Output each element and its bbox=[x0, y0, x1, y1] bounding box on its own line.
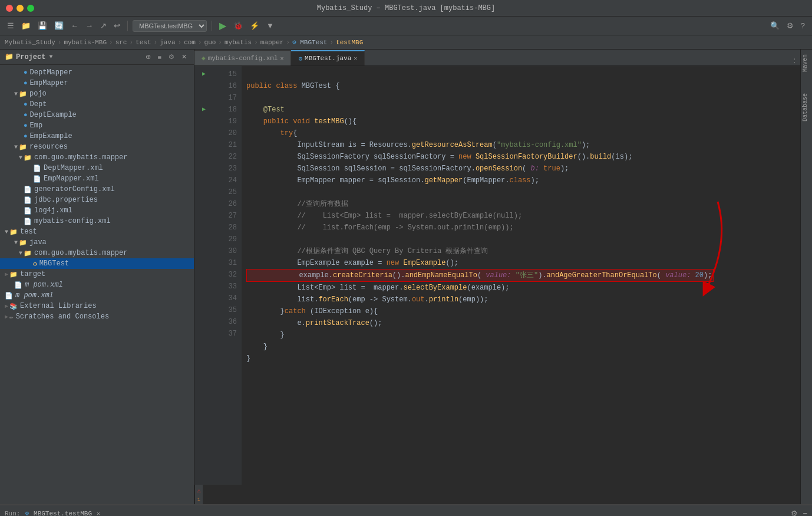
project-tree: ● DeptMapper ● EmpMapper ▼ 📁 pojo ● Dept bbox=[0, 65, 194, 504]
tree-item-pojo[interactable]: ▼ 📁 pojo bbox=[0, 88, 194, 99]
gutter-28 bbox=[194, 222, 213, 234]
run-tab-name[interactable]: MBGTest.testMBG bbox=[34, 510, 92, 517]
bc-mbgtest[interactable]: ⚙ MBGTest bbox=[292, 38, 327, 46]
tree-item[interactable]: 📄 jdbc.properties bbox=[0, 195, 194, 205]
bc-test[interactable]: test bbox=[136, 39, 151, 46]
gutter-21 bbox=[194, 139, 213, 151]
tree-item-mbgtest[interactable]: ⚙ MBGTest bbox=[0, 258, 194, 269]
project-scope-btn[interactable]: ⊕ bbox=[143, 52, 153, 62]
project-title: Project bbox=[16, 53, 45, 61]
breadcrumb: Mybatis_Study › mybatis-MBG › src › test… bbox=[0, 35, 812, 50]
project-settings-btn[interactable]: ⚙ bbox=[166, 52, 177, 62]
bottom-panel: Run: ⚙ MBGTest.testMBG ✕ ⚙ − ▶ ✓ Tests p… bbox=[0, 504, 812, 516]
bc-java[interactable]: java bbox=[160, 39, 175, 46]
maximize-button[interactable] bbox=[27, 5, 34, 12]
toolbar-save-btn[interactable]: 💾 bbox=[35, 20, 49, 31]
gutter-31 bbox=[194, 257, 213, 269]
toolbar: ☰ 📁 💾 🔄 ← → ↗ ↩ MBGTest.testMBG ▶ 🐞 ⚡ ▼ … bbox=[0, 17, 812, 35]
toolbar-back-btn[interactable]: ← bbox=[68, 20, 81, 31]
coverage-button[interactable]: ⚡ bbox=[247, 20, 262, 31]
toolbar-forward-btn[interactable]: → bbox=[83, 20, 95, 31]
gutter-26 bbox=[194, 198, 213, 210]
tab-close-icon[interactable]: ✕ bbox=[280, 55, 283, 62]
gutter-35 bbox=[194, 304, 213, 316]
toolbar-sep-1 bbox=[127, 21, 128, 31]
tree-item[interactable]: ● Emp bbox=[0, 120, 194, 131]
bc-mybatis[interactable]: mybatis bbox=[225, 39, 252, 46]
console-close-btn[interactable]: − bbox=[803, 509, 807, 516]
tree-item[interactable]: ● DeptMapper bbox=[0, 67, 194, 78]
tree-item[interactable]: 📄 m pom.xml bbox=[0, 290, 194, 301]
gutter-20 bbox=[194, 127, 213, 139]
project-panel: 📁 Project ▼ ⊕ ≡ ⚙ ✕ ● DeptMapper ● EmpMa… bbox=[0, 50, 194, 504]
window-title: Mybatis_Study – MBGTest.java [mybatis-MB… bbox=[317, 4, 495, 12]
project-close-btn[interactable]: ✕ bbox=[179, 52, 189, 62]
tree-item[interactable]: ● DeptExample bbox=[0, 110, 194, 120]
title-bar: Mybatis_Study – MBGTest.java [mybatis-MB… bbox=[0, 0, 812, 17]
tab-mybatis-config[interactable]: ◆ mybatis-config.xml ✕ bbox=[194, 50, 291, 65]
line-numbers: 15 16 17 18 19 20 21 22 23 24 25 26 27 2… bbox=[213, 66, 242, 485]
project-collapse-btn[interactable]: ≡ bbox=[156, 52, 164, 62]
bc-guo[interactable]: guo bbox=[204, 39, 216, 46]
toolbar-nav-btn[interactable]: ↗ bbox=[98, 20, 109, 31]
bc-testmbg[interactable]: testMBG bbox=[336, 39, 363, 46]
tree-item[interactable]: 📄 DeptMapper.xml bbox=[0, 163, 194, 173]
java-tab-icon: ⚙ bbox=[298, 55, 302, 63]
tree-item[interactable]: 📄 generatorConfig.xml bbox=[0, 184, 194, 195]
console-settings-btn[interactable]: ⚙ bbox=[791, 509, 798, 516]
help-btn[interactable]: ? bbox=[798, 20, 807, 31]
toolbar-menu-btn[interactable]: ☰ bbox=[5, 20, 16, 31]
project-dropdown-icon[interactable]: ▼ bbox=[49, 54, 52, 60]
settings-btn[interactable]: ⚙ bbox=[784, 20, 796, 31]
tree-item[interactable]: ● EmpMapper bbox=[0, 78, 194, 88]
toolbar-open-btn[interactable]: 📁 bbox=[19, 20, 33, 31]
bc-src[interactable]: src bbox=[115, 39, 127, 46]
main-content: 📁 Project ▼ ⊕ ≡ ⚙ ✕ ● DeptMapper ● EmpMa… bbox=[0, 50, 812, 504]
bc-mapper[interactable]: mapper bbox=[260, 39, 284, 46]
side-panels: Maven Database bbox=[800, 50, 812, 504]
database-panel-label[interactable]: Database bbox=[801, 88, 812, 126]
run-icon: ⚙ bbox=[25, 510, 29, 516]
toolbar-undo-btn[interactable]: ↩ bbox=[111, 20, 123, 31]
run-button[interactable]: ▶ bbox=[217, 19, 229, 32]
tab-close-icon[interactable]: ✕ bbox=[354, 55, 357, 62]
toolbar-sync-btn[interactable]: 🔄 bbox=[52, 20, 66, 31]
project-header: 📁 Project ▼ ⊕ ≡ ⚙ ✕ bbox=[0, 50, 194, 65]
gutter-29 bbox=[194, 234, 213, 245]
gutter-23 bbox=[194, 163, 213, 175]
tree-item[interactable]: ▼ 📁 com.guo.mybatis.mapper bbox=[0, 248, 194, 258]
debug-button[interactable]: 🐞 bbox=[231, 20, 245, 31]
search-everywhere-btn[interactable]: 🔍 bbox=[768, 20, 782, 31]
run-label: Run: bbox=[5, 510, 20, 517]
tree-item[interactable]: ● Dept bbox=[0, 99, 194, 110]
branch-selector[interactable]: MBGTest.testMBG bbox=[133, 20, 207, 32]
tab-label: MBGTest.java bbox=[305, 55, 351, 62]
code-content[interactable]: public class MBGTest { @Test public void… bbox=[242, 66, 800, 485]
tree-item[interactable]: ▼ 📁 java bbox=[0, 237, 194, 248]
tree-item-scratches[interactable]: ▶ ✏ Scratches and Consoles bbox=[0, 311, 194, 322]
gutter-15: ▶ bbox=[194, 68, 213, 80]
more-run-btn[interactable]: ▼ bbox=[264, 20, 276, 31]
tab-mbgtest[interactable]: ⚙ MBGTest.java ✕ bbox=[291, 50, 365, 65]
tree-item[interactable]: 📄 m pom.xml bbox=[0, 280, 194, 290]
bc-com[interactable]: com bbox=[184, 39, 196, 46]
bc-project[interactable]: Mybatis_Study bbox=[5, 39, 55, 46]
tree-item-test[interactable]: ▼ 📁 test bbox=[0, 226, 194, 237]
close-button[interactable] bbox=[6, 5, 13, 12]
minimize-button[interactable] bbox=[16, 5, 24, 12]
gutter-22 bbox=[194, 151, 213, 163]
tree-item-ext-libs[interactable]: ▶ 📚 External Libraries bbox=[0, 301, 194, 311]
tree-item-resources[interactable]: ▼ 📁 resources bbox=[0, 142, 194, 152]
tree-item[interactable]: 📄 EmpMapper.xml bbox=[0, 173, 194, 184]
tree-item-target[interactable]: ▶ 📁 target bbox=[0, 269, 194, 280]
tree-item[interactable]: 📄 log4j.xml bbox=[0, 205, 194, 216]
tree-item[interactable]: ▼ 📁 com.guo.mybatis.mapper bbox=[0, 152, 194, 163]
gutter-16 bbox=[194, 80, 213, 92]
bc-module[interactable]: mybatis-MBG bbox=[64, 39, 107, 46]
window-controls[interactable] bbox=[6, 5, 34, 12]
maven-panel-label[interactable]: Maven bbox=[801, 50, 812, 77]
run-tab-close[interactable]: ✕ bbox=[97, 510, 100, 517]
editor-tabs-menu[interactable]: ⋮ bbox=[789, 55, 800, 65]
tree-item[interactable]: 📄 mybatis-config.xml bbox=[0, 216, 194, 226]
tree-item[interactable]: ● EmpExample bbox=[0, 131, 194, 142]
